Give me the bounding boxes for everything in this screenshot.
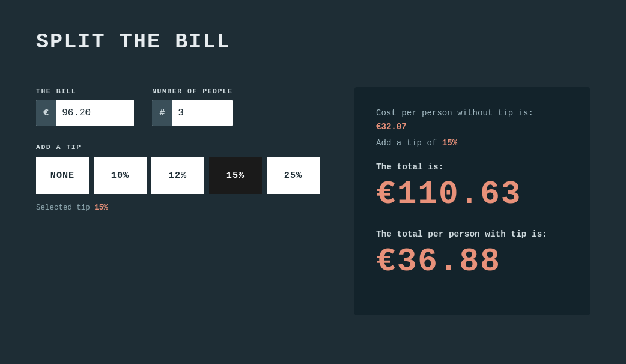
bill-prefix: € <box>36 100 56 126</box>
people-group: NUMBER OF PEOPLE # <box>152 87 233 126</box>
tip-section: ADD A TIP NONE 10% 12% 15% 25% <box>36 143 336 194</box>
per-person-amount: €36.88 <box>376 244 568 280</box>
total-amount: €110.63 <box>376 177 568 213</box>
inputs-row: THE BILL € NUMBER OF PEOPLE # <box>36 87 336 126</box>
selected-tip-value: 15% <box>94 204 108 212</box>
people-input-wrapper: # <box>152 100 233 126</box>
tip-buttons: NONE 10% 12% 15% 25% <box>36 157 336 194</box>
bill-group: THE BILL € <box>36 87 134 126</box>
add-tip-pct: 15% <box>442 138 457 148</box>
people-prefix: # <box>152 100 172 126</box>
people-label: NUMBER OF PEOPLE <box>152 87 233 95</box>
title-divider <box>36 65 590 65</box>
tip-btn-25[interactable]: 25% <box>267 157 320 194</box>
bill-input[interactable] <box>56 100 134 126</box>
per-person-label: The total per person with tip is: <box>376 229 568 239</box>
main-content: THE BILL € NUMBER OF PEOPLE # <box>36 87 590 315</box>
cost-without-tip-line: Cost per person without tip is: €32.07 <box>376 106 568 133</box>
page-title: SPLIT THE BILL <box>36 30 590 54</box>
tip-btn-10[interactable]: 10% <box>94 157 147 194</box>
cost-without-tip-value: €32.07 <box>376 122 407 132</box>
add-tip-line: Add a tip of 15% <box>376 138 568 148</box>
total-label: The total is: <box>376 162 568 172</box>
bill-label: THE BILL <box>36 87 134 95</box>
tip-btn-none[interactable]: NONE <box>36 157 89 194</box>
left-panel: THE BILL € NUMBER OF PEOPLE # <box>36 87 336 212</box>
tip-btn-12[interactable]: 12% <box>151 157 204 194</box>
tip-label: ADD A TIP <box>36 143 336 151</box>
right-panel: Cost per person without tip is: €32.07 A… <box>354 87 590 315</box>
people-input[interactable] <box>172 100 226 126</box>
selected-tip-text: Selected tip 15% <box>36 204 336 212</box>
bill-input-wrapper: € <box>36 100 134 126</box>
app-container: SPLIT THE BILL THE BILL € NUMBER OF PEOP… <box>0 0 626 364</box>
tip-btn-15[interactable]: 15% <box>209 157 262 194</box>
